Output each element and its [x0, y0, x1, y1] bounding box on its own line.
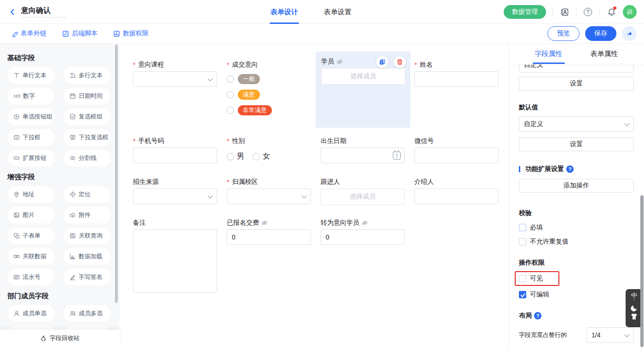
tab-form-settings[interactable]: 表单设置 [324, 0, 351, 24]
moon-icon[interactable] [630, 304, 638, 312]
palette-item-lookup-query[interactable]: 关联查询 [63, 228, 111, 244]
palette-item-address[interactable]: 地址 [7, 186, 55, 203]
remark-textarea[interactable] [133, 229, 217, 293]
palette-item-data-load[interactable]: 数据加载 [63, 248, 111, 265]
field-student-selected[interactable]: 学员 选择成员 [316, 51, 410, 128]
radio-icon[interactable] [227, 107, 234, 114]
radio-icon[interactable] [227, 75, 234, 83]
palette-item-serial-number[interactable]: 流水号 [7, 269, 55, 285]
palette-item-locate[interactable]: 定位 [63, 186, 111, 203]
help-icon[interactable]: ? [534, 312, 541, 319]
backend-script-link[interactable]: 后端脚本 [62, 29, 98, 38]
no-duplicate-checkbox[interactable] [519, 238, 526, 245]
palette-item-attachment[interactable]: 附件 [63, 207, 111, 223]
help-icon[interactable]: ? [583, 7, 593, 17]
source-select[interactable] [133, 188, 217, 204]
palette-item-divider-line[interactable]: 分割线 [63, 150, 111, 166]
notification-bell-icon[interactable] [606, 7, 616, 17]
paid-input[interactable]: 0 [227, 229, 311, 245]
sidebar-scrollbar[interactable] [115, 45, 118, 303]
field-deal-intent[interactable]: *成交意向 一般 满意 非常满意 [227, 51, 321, 128]
field-phone[interactable]: *手机号码 [133, 137, 227, 163]
converted-input[interactable]: 0 [321, 229, 405, 245]
satisfaction-option-satisfied[interactable]: 满意 [227, 90, 321, 100]
visible-checkbox[interactable] [519, 275, 526, 282]
gender-option-male[interactable]: 男 [227, 152, 244, 161]
field-campus[interactable]: *归属校区 [227, 178, 321, 205]
delete-field-button[interactable] [394, 56, 406, 68]
share-button[interactable] [622, 26, 637, 41]
satisfaction-option-general[interactable]: 一般 [227, 74, 321, 84]
editable-checkbox[interactable] [519, 291, 526, 298]
add-operation-button[interactable]: 添加操作 [519, 179, 634, 193]
campus-select[interactable] [227, 188, 311, 204]
ime-punctuation-indicator[interactable]: ’ [633, 300, 634, 303]
field-introducer[interactable]: 介绍人 [414, 178, 500, 205]
student-member-picker[interactable]: 选择成员 [321, 68, 405, 85]
setting-button-2[interactable]: 设置 [519, 137, 634, 151]
palette-item-checkbox-group[interactable]: 复选框组 [63, 108, 111, 125]
palette-item-extension-button[interactable]: 扩展按钮 [7, 150, 55, 166]
tab-field-properties[interactable]: 字段属性 [535, 44, 563, 64]
preview-button[interactable]: 预览 [547, 26, 580, 41]
field-wechat[interactable]: 微信号 [414, 137, 500, 163]
palette-item-select[interactable]: 下拉框 [7, 129, 55, 146]
introducer-input[interactable] [414, 188, 499, 204]
satisfaction-option-very-satisfied[interactable]: 非常满意 [227, 105, 321, 115]
field-source[interactable]: 招生来源 [133, 178, 227, 205]
field-paid[interactable]: 已报名交费 0 [227, 219, 321, 293]
palette-item-number[interactable]: 123数字 [7, 88, 55, 104]
required-checkbox-row[interactable]: 必填 [519, 223, 634, 232]
field-width-select[interactable]: 1/4 [586, 327, 634, 343]
field-gender[interactable]: *性别 男 女 [227, 137, 321, 163]
follower-member-picker[interactable]: 选择成员 [321, 188, 405, 205]
radio-icon[interactable] [227, 91, 234, 98]
gender-option-female[interactable]: 女 [253, 152, 270, 161]
no-duplicate-checkbox-row[interactable]: 不允许重复值 [519, 238, 634, 246]
tab-form-design[interactable]: 表单设计 [270, 0, 298, 24]
data-permission-link[interactable]: 数据权限 [113, 29, 149, 38]
field-recycle-bin[interactable]: 字段回收站 [0, 330, 120, 347]
radio-icon[interactable] [227, 153, 234, 160]
palette-item-linked-data[interactable]: 关联数据 [7, 248, 55, 265]
palette-item-multi-select[interactable]: 下拉复选框 [63, 129, 111, 146]
field-name[interactable]: *姓名 [414, 51, 500, 128]
data-manage-button[interactable]: 数据管理 [504, 5, 546, 19]
name-input[interactable] [414, 71, 499, 87]
palette-item-datetime[interactable]: 日期时间 [63, 88, 111, 104]
avatar[interactable]: 训 [623, 5, 637, 19]
setting-button-1[interactable]: 设置 [519, 77, 634, 91]
palette-item-subform[interactable]: 子表单 [7, 228, 55, 244]
required-checkbox[interactable] [519, 224, 526, 231]
save-button[interactable]: 保存 [585, 26, 616, 41]
palette-item-single-line-text[interactable]: 单行文本 [7, 67, 55, 84]
ime-language-indicator[interactable]: 中 [631, 292, 637, 299]
field-intent-course[interactable]: *意向课程 [133, 51, 227, 128]
clipped-top-select[interactable]: 自定义 [519, 64, 634, 73]
help-icon[interactable]: ? [566, 165, 574, 173]
phone-input[interactable] [133, 148, 217, 163]
default-value-select[interactable]: 自定义 [519, 116, 634, 132]
palette-item-radio-group[interactable]: 单选按钮组 [7, 108, 55, 125]
wechat-input[interactable] [414, 148, 499, 163]
birthday-input[interactable]: 7 [321, 148, 405, 163]
back-button[interactable] [8, 8, 17, 16]
tab-form-properties[interactable]: 表单属性 [591, 44, 618, 64]
radio-icon[interactable] [253, 153, 260, 160]
editable-checkbox-row[interactable]: 可编辑 [519, 290, 634, 299]
docs-book-icon[interactable] [559, 7, 569, 17]
palette-item-member-single[interactable]: 成员单选 [7, 305, 55, 322]
palette-item-signature[interactable]: 手写签名 [63, 269, 111, 285]
intent-course-select[interactable] [133, 71, 217, 87]
page-scrollbar[interactable] [640, 195, 644, 347]
palette-item-member-multi[interactable]: 成员多选 [63, 305, 111, 322]
field-birthday[interactable]: 出生日期 7 [321, 137, 414, 163]
form-external-link[interactable]: 表单外链 [11, 29, 46, 38]
field-follower[interactable]: 跟进人 选择成员 [321, 178, 414, 205]
copy-field-button[interactable] [376, 56, 388, 68]
field-converted[interactable]: 转为意向学员 0 [321, 219, 414, 293]
palette-item-image[interactable]: 图片 [7, 207, 55, 223]
palette-item-multi-line-text[interactable]: 多行文本 [63, 67, 111, 84]
field-remark[interactable]: 备注 [133, 219, 227, 293]
shirt-skin-icon[interactable] [630, 313, 638, 320]
